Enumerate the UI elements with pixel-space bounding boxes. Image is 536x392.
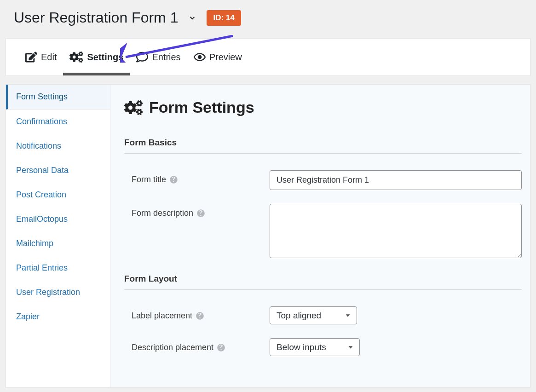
sidebar-item-post-creation[interactable]: Post Creation bbox=[6, 183, 110, 207]
sidebar-item-label: Zapier bbox=[16, 312, 40, 321]
field-description-placement: Description placement Below inputs bbox=[124, 338, 522, 356]
label-text: Description placement bbox=[132, 343, 213, 352]
eye-icon bbox=[194, 51, 206, 63]
sidebar-item-label: Form Settings bbox=[16, 92, 68, 101]
sidebar-item-notifications[interactable]: Notifications bbox=[6, 134, 110, 158]
form-description-textarea[interactable] bbox=[270, 204, 522, 258]
tab-label: Preview bbox=[209, 52, 242, 63]
label-placement-select[interactable]: Top aligned bbox=[270, 306, 357, 324]
field-label-placement: Label placement Top aligned bbox=[124, 306, 522, 324]
sidebar-item-personal-data[interactable]: Personal Data bbox=[6, 158, 110, 183]
sidebar-item-label: Confirmations bbox=[16, 117, 67, 126]
form-title-input[interactable] bbox=[270, 170, 522, 190]
sidebar-item-user-registration[interactable]: User Registration bbox=[6, 280, 110, 305]
description-placement-select[interactable]: Below inputs bbox=[270, 338, 360, 356]
field-form-title: Form title bbox=[124, 170, 522, 190]
sidebar-item-label: Post Creation bbox=[16, 190, 66, 199]
cogs-icon bbox=[69, 52, 83, 63]
sidebar-item-zapier[interactable]: Zapier bbox=[6, 305, 110, 329]
help-icon[interactable] bbox=[197, 209, 205, 217]
field-form-description: Form description bbox=[124, 204, 522, 260]
settings-sidebar: Form Settings Confirmations Notification… bbox=[6, 84, 110, 388]
sidebar-item-mailchimp[interactable]: Mailchimp bbox=[6, 231, 110, 256]
tab-edit[interactable]: Edit bbox=[19, 39, 63, 75]
tab-settings[interactable]: Settings bbox=[63, 39, 130, 75]
tab-entries[interactable]: Entries bbox=[130, 39, 187, 75]
sidebar-item-label: User Registration bbox=[16, 288, 80, 297]
field-label: Form description bbox=[132, 204, 270, 218]
sidebar-item-label: EmailOctopus bbox=[16, 214, 68, 224]
sidebar-item-confirmations[interactable]: Confirmations bbox=[6, 110, 110, 134]
help-icon[interactable] bbox=[170, 176, 178, 184]
field-label: Form title bbox=[132, 170, 270, 184]
section-form-layout: Form Layout bbox=[124, 274, 522, 290]
help-icon[interactable] bbox=[217, 344, 225, 352]
tab-label: Entries bbox=[152, 52, 180, 63]
page-title: Form Settings bbox=[124, 98, 522, 116]
sidebar-item-label: Personal Data bbox=[16, 166, 69, 175]
page-title-text: Form Settings bbox=[149, 98, 254, 116]
tab-label: Edit bbox=[41, 52, 57, 63]
sidebar-item-form-settings[interactable]: Form Settings bbox=[6, 85, 110, 110]
sidebar-item-label: Partial Entries bbox=[16, 263, 68, 272]
page-header: User Registration Form 1 ID: 14 bbox=[0, 0, 536, 38]
label-text: Form description bbox=[132, 208, 193, 218]
cogs-icon bbox=[124, 99, 143, 116]
label-text: Form title bbox=[132, 175, 166, 184]
sidebar-item-label: Notifications bbox=[16, 141, 61, 150]
field-label: Description placement bbox=[132, 338, 270, 352]
settings-panel: Form Settings Form Basics Form title For… bbox=[110, 84, 530, 388]
form-name-title: User Registration Form 1 bbox=[14, 9, 178, 26]
tab-label: Settings bbox=[87, 52, 123, 63]
sidebar-item-partial-entries[interactable]: Partial Entries bbox=[6, 256, 110, 280]
sidebar-item-emailoctopus[interactable]: EmailOctopus bbox=[6, 207, 110, 231]
form-id-badge: ID: 14 bbox=[207, 10, 241, 26]
chevron-down-icon[interactable] bbox=[188, 14, 196, 22]
help-icon[interactable] bbox=[196, 312, 204, 320]
tab-preview[interactable]: Preview bbox=[187, 39, 248, 75]
tab-bar: Edit Settings Entries Preview bbox=[6, 38, 530, 76]
section-form-basics: Form Basics bbox=[124, 138, 522, 154]
field-label: Label placement bbox=[132, 306, 270, 321]
label-text: Label placement bbox=[132, 311, 192, 321]
content: Form Settings Confirmations Notification… bbox=[6, 84, 530, 388]
sidebar-item-label: Mailchimp bbox=[16, 239, 53, 248]
comment-icon bbox=[136, 51, 148, 63]
edit-icon bbox=[25, 51, 37, 63]
